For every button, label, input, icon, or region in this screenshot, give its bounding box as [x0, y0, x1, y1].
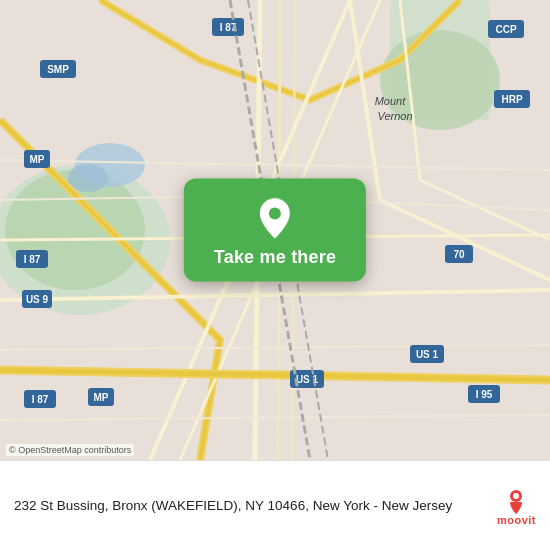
- bottom-bar: 232 St Bussing, Bronx (WAKEFIELD), NY 10…: [0, 460, 550, 550]
- svg-text:Mount: Mount: [375, 95, 407, 107]
- svg-point-38: [513, 493, 519, 499]
- svg-point-6: [68, 164, 108, 192]
- svg-text:I 87: I 87: [32, 394, 49, 405]
- take-me-there-label: Take me there: [214, 247, 336, 268]
- address-section: 232 St Bussing, Bronx (WAKEFIELD), NY 10…: [14, 496, 487, 516]
- svg-text:I 95: I 95: [476, 389, 493, 400]
- address-text: 232 St Bussing, Bronx (WAKEFIELD), NY 10…: [14, 498, 452, 513]
- svg-text:70: 70: [453, 249, 465, 260]
- svg-text:Vernon: Vernon: [377, 110, 412, 122]
- location-pin-icon: [256, 197, 294, 241]
- moovit-label: moovit: [497, 514, 536, 526]
- svg-text:I 87: I 87: [24, 254, 41, 265]
- svg-text:US 9: US 9: [26, 294, 49, 305]
- svg-text:MP: MP: [30, 154, 45, 165]
- svg-text:MP: MP: [94, 392, 109, 403]
- osm-attribution: © OpenStreetMap contributors: [6, 444, 134, 456]
- svg-text:US 1: US 1: [416, 349, 439, 360]
- svg-text:CCP: CCP: [495, 24, 516, 35]
- svg-text:HRP: HRP: [501, 94, 522, 105]
- svg-point-36: [269, 208, 281, 220]
- navigation-card[interactable]: Take me there: [184, 179, 366, 282]
- moovit-icon: [502, 486, 530, 514]
- svg-text:SMP: SMP: [47, 64, 69, 75]
- moovit-logo: moovit: [497, 486, 536, 526]
- map-container: I 87 I 87 I 87 US 9 US 1 US 1 I 95 70 CC…: [0, 0, 550, 460]
